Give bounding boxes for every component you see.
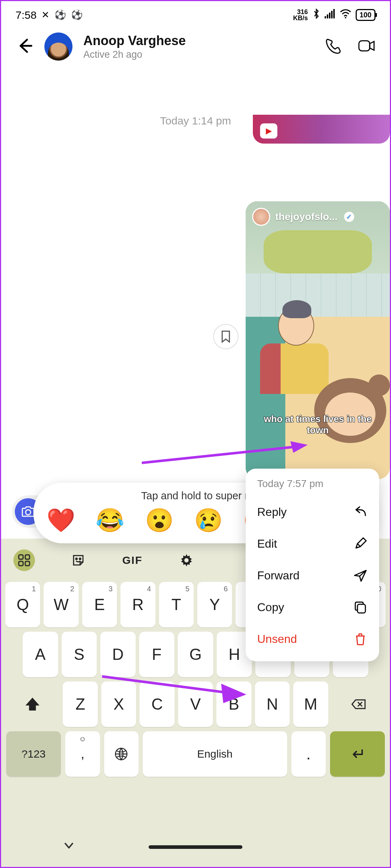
reel-avatar	[252, 208, 270, 226]
annotation-arrow	[142, 441, 308, 466]
key-E[interactable]: E3	[82, 582, 117, 627]
keyboard-row-4: ?123 ☺ , English .	[1, 729, 390, 779]
key-M[interactable]: M	[293, 681, 328, 727]
key-R[interactable]: R4	[120, 582, 155, 627]
svg-point-17	[76, 558, 77, 560]
keyboard-gif-button[interactable]: GIF	[122, 549, 143, 571]
key-G[interactable]: G	[178, 632, 213, 677]
icon-plus-disabled: ✕	[41, 9, 49, 21]
svg-rect-16	[25, 561, 30, 566]
send-icon	[353, 568, 368, 583]
menu-reply[interactable]: Reply	[257, 496, 368, 528]
svg-rect-11	[357, 604, 365, 613]
copy-icon	[353, 600, 368, 614]
language-key[interactable]	[104, 731, 139, 777]
soccer-icon: ⚽	[54, 9, 66, 21]
svg-rect-15	[19, 561, 23, 566]
svg-rect-1	[327, 14, 328, 18]
shared-reel[interactable]: thejoyofslo... ✓ who at times lives in t…	[246, 201, 390, 479]
svg-rect-0	[325, 16, 326, 18]
pencil-icon	[353, 536, 368, 551]
menu-forward[interactable]: Forward	[257, 560, 368, 591]
battery-indicator: 100	[356, 9, 375, 21]
audio-call-button[interactable]	[324, 36, 342, 57]
keyboard-settings-button[interactable]	[176, 549, 197, 571]
svg-rect-3	[331, 11, 333, 18]
home-indicator[interactable]	[149, 845, 242, 849]
svg-line-9	[102, 676, 225, 692]
reaction-sad[interactable]: 😢	[194, 507, 223, 534]
network-speed: 316 KB/s	[293, 9, 308, 21]
play-icon: ▶	[260, 123, 277, 139]
key-T[interactable]: T5	[159, 582, 194, 627]
key-D[interactable]: D	[100, 632, 136, 677]
svg-rect-6	[359, 41, 370, 51]
menu-edit[interactable]: Edit	[257, 528, 368, 560]
comma-key[interactable]: ☺ ,	[65, 731, 100, 777]
emoji-hint-icon: ☺	[79, 735, 86, 743]
svg-point-18	[79, 558, 81, 560]
bookmark-button[interactable]	[213, 324, 238, 349]
trash-icon	[353, 632, 368, 646]
key-Z[interactable]: Z	[63, 681, 97, 727]
key-Q[interactable]: Q1	[5, 582, 40, 627]
key-F[interactable]: F	[139, 632, 175, 677]
svg-marker-8	[290, 441, 308, 453]
enter-key[interactable]	[330, 731, 385, 777]
shift-key[interactable]	[5, 681, 59, 727]
wifi-icon	[340, 9, 351, 21]
soccer-icon: ⚽	[71, 9, 83, 21]
key-A[interactable]: A	[23, 632, 58, 677]
menu-timestamp: Today 7:57 pm	[257, 478, 368, 490]
key-S[interactable]: S	[62, 632, 97, 677]
backspace-key[interactable]	[332, 681, 386, 727]
key-Y[interactable]: Y6	[197, 582, 232, 627]
svg-rect-14	[25, 555, 30, 559]
svg-marker-10	[221, 684, 246, 703]
keyboard-apps-button[interactable]	[13, 549, 35, 571]
verified-icon: ✓	[344, 212, 354, 222]
menu-unsend[interactable]: Unsend	[257, 623, 368, 655]
chat-header: Anoop Varghese Active 2h ago	[1, 25, 390, 68]
space-key[interactable]: English	[143, 731, 287, 777]
annotation-arrow	[102, 673, 246, 705]
reel-username: thejoyofslo...	[275, 211, 338, 223]
period-key[interactable]: .	[291, 731, 326, 777]
message-context-menu: Today 7:57 pm Reply Edit Forward Copy Un…	[246, 469, 379, 661]
menu-copy[interactable]: Copy	[257, 591, 368, 623]
keyboard-sticker-button[interactable]	[67, 549, 89, 571]
contact-avatar[interactable]	[44, 32, 73, 61]
svg-rect-4	[333, 9, 335, 18]
contact-status: Active 2h ago	[83, 49, 313, 60]
key-N[interactable]: N	[255, 681, 290, 727]
shared-media-preview[interactable]: ▶	[253, 115, 390, 144]
reel-caption: who at times lives in the town	[246, 413, 390, 436]
symbols-key[interactable]: ?123	[6, 731, 61, 777]
status-time: 7:58	[16, 9, 36, 21]
reel-author: thejoyofslo... ✓	[252, 208, 354, 226]
reaction-wow[interactable]: 😮	[145, 507, 174, 534]
svg-rect-2	[329, 13, 330, 18]
keyboard-collapse-button[interactable]	[62, 839, 75, 855]
svg-line-7	[142, 447, 293, 463]
reaction-heart[interactable]: ❤️	[47, 507, 75, 534]
svg-point-12	[26, 510, 31, 515]
svg-rect-13	[19, 555, 23, 559]
system-navbar	[1, 827, 390, 867]
signal-icon	[325, 9, 335, 21]
status-bar: 7:58 ✕ ⚽ ⚽ 316 KB/s 100	[1, 1, 390, 25]
svg-point-20	[184, 558, 189, 562]
contact-name: Anoop Varghese	[83, 33, 313, 48]
bluetooth-icon	[312, 8, 320, 22]
video-call-button[interactable]	[357, 36, 375, 57]
reaction-laugh[interactable]: 😂	[96, 507, 124, 534]
reply-icon	[353, 505, 368, 519]
contact-info[interactable]: Anoop Varghese Active 2h ago	[83, 33, 313, 60]
back-button[interactable]	[16, 37, 34, 56]
svg-point-5	[345, 17, 346, 18]
key-W[interactable]: W2	[44, 582, 78, 627]
